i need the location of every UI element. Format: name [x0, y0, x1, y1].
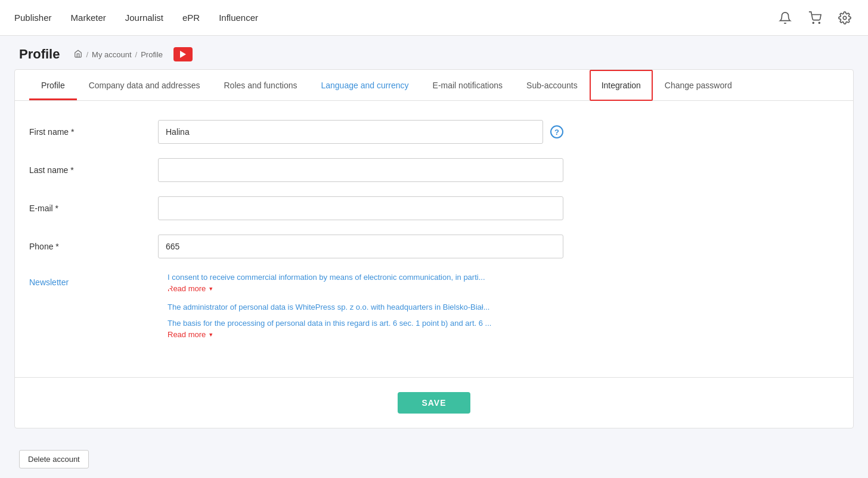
first-name-row: First name * ?	[29, 120, 839, 144]
email-label: E-mail *	[29, 203, 148, 213]
page-title: Profile	[19, 47, 60, 62]
first-name-wrap: ?	[158, 120, 563, 144]
form-area: First name * ? Last name * E-mail * Phon…	[15, 101, 853, 377]
nav-links: Publisher Marketer Journalist ePR Influe…	[14, 8, 776, 27]
breadcrumb-sep-2: /	[135, 50, 138, 59]
cart-icon[interactable]	[806, 9, 824, 27]
help-icon[interactable]: ?	[550, 125, 563, 138]
first-name-input[interactable]	[158, 120, 543, 144]
svg-point-1	[819, 22, 820, 23]
svg-point-0	[813, 22, 814, 23]
gear-icon[interactable]	[836, 9, 854, 27]
breadcrumb: / My account / Profile	[74, 50, 163, 60]
svg-point-2	[843, 16, 847, 20]
breadcrumb-bar: Profile / My account / Profile	[0, 36, 868, 69]
last-name-row: Last name *	[29, 158, 839, 182]
nav-epr[interactable]: ePR	[182, 8, 200, 27]
newsletter-row: Newsletter I consent to receive commerci…	[29, 273, 839, 349]
breadcrumb-profile: Profile	[141, 50, 163, 59]
email-wrap	[158, 196, 563, 220]
home-icon[interactable]	[74, 50, 82, 60]
nav-icons	[776, 9, 854, 27]
nav-influencer[interactable]: Influencer	[219, 8, 258, 27]
page-footer: Delete account	[0, 443, 868, 478]
read-more-button-1[interactable]: Read more	[168, 284, 213, 293]
newsletter-texts: I consent to receive commercial informat…	[168, 273, 839, 349]
last-name-label: Last name *	[29, 165, 148, 175]
save-button[interactable]: SAVE	[398, 392, 470, 414]
newsletter-content: I consent to receive commercial informat…	[158, 273, 839, 349]
phone-wrap	[158, 235, 563, 258]
last-name-wrap	[158, 158, 563, 182]
tab-roles[interactable]: Roles and functions	[212, 70, 309, 100]
consent-text: I consent to receive commercial informat…	[168, 273, 839, 282]
bell-icon[interactable]	[776, 9, 794, 27]
last-name-input[interactable]	[158, 158, 563, 182]
first-name-label: First name *	[29, 127, 148, 137]
newsletter-label: Newsletter	[29, 273, 148, 349]
admin-text: The administrator of personal data is Wh…	[168, 303, 839, 312]
nav-journalist[interactable]: Journalist	[125, 8, 163, 27]
read-more-button-2[interactable]: Read more	[168, 330, 213, 339]
breadcrumb-myaccount[interactable]: My account	[92, 50, 131, 59]
email-row: E-mail *	[29, 196, 839, 220]
phone-row: Phone *	[29, 235, 839, 258]
email-input[interactable]	[158, 196, 563, 220]
tab-subaccounts[interactable]: Sub-accounts	[514, 70, 590, 100]
breadcrumb-sep-1: /	[86, 50, 88, 59]
main-content: Profile Company data and addresses Roles…	[14, 69, 854, 428]
phone-label: Phone *	[29, 242, 148, 251]
tab-profile[interactable]: Profile	[29, 70, 77, 100]
nav-marketer[interactable]: Marketer	[71, 8, 106, 27]
youtube-button[interactable]	[173, 47, 193, 61]
tab-language[interactable]: Language and currency	[309, 70, 420, 100]
tab-changepassword[interactable]: Change password	[653, 70, 744, 100]
tab-email[interactable]: E-mail notifications	[421, 70, 515, 100]
form-footer: SAVE	[15, 377, 853, 428]
delete-account-button[interactable]: Delete account	[19, 450, 89, 468]
top-nav: Publisher Marketer Journalist ePR Influe…	[0, 0, 868, 36]
tab-company[interactable]: Company data and addresses	[77, 70, 212, 100]
phone-input[interactable]	[158, 235, 563, 258]
tabs: Profile Company data and addresses Roles…	[15, 70, 853, 101]
nav-publisher[interactable]: Publisher	[14, 8, 52, 27]
basis-text: The basis for the processing of personal…	[168, 319, 839, 328]
tab-integration[interactable]: Integration	[590, 70, 653, 101]
